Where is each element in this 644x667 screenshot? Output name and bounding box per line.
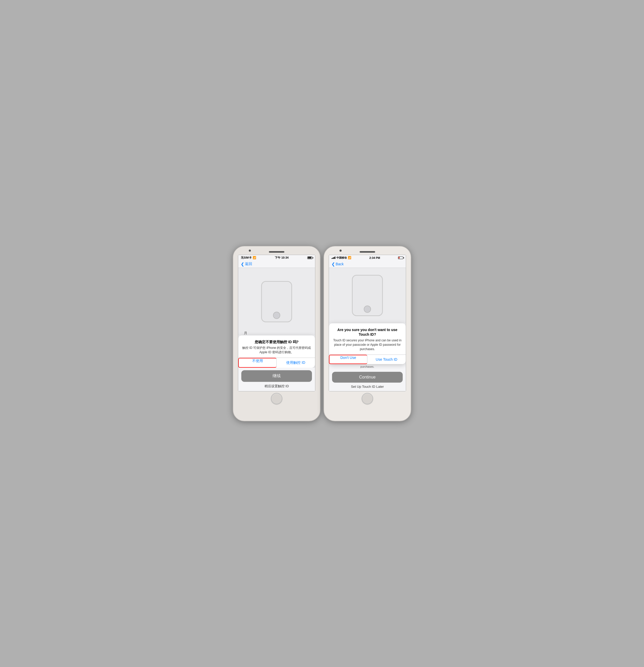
right-setup-later[interactable]: Set Up Touch ID Later <box>351 385 384 389</box>
right-alert-area: Are you sure you don't want to use Touch… <box>329 323 406 391</box>
left-screen-bottom: 继续 稍后设置触控 ID <box>238 368 315 391</box>
right-overflow-text: purchases. <box>329 364 406 369</box>
right-continue-label: Continue <box>359 375 376 379</box>
left-use-touchid-button[interactable]: 使用触控 ID <box>277 358 315 368</box>
speaker-slot-right <box>360 251 375 253</box>
bar3 <box>334 257 334 259</box>
right-wifi-icon: 📶 <box>348 256 351 259</box>
left-alert-area: 月 您确定不要使用触控 ID 吗? 触控 ID 可保护您 iPhone 的安全，… <box>238 336 315 391</box>
right-time: 2:34 PM <box>369 256 380 259</box>
left-chevron-icon: ❮ <box>241 262 244 266</box>
right-battery <box>398 257 403 259</box>
left-battery-fill <box>308 257 311 259</box>
right-phone-illus-home <box>364 306 371 313</box>
left-home-button[interactable] <box>271 393 282 404</box>
left-continue-label: 继续 <box>273 374 281 378</box>
left-setup-later[interactable]: 稍后设置触控 ID <box>265 384 289 389</box>
left-phone-top <box>233 246 320 255</box>
left-back-label: 返回 <box>245 262 252 266</box>
right-status-bar: 中国移动 📶 2:34 PM <box>329 255 406 261</box>
right-screen: 中国移动 📶 2:34 PM ❮ Back <box>329 255 406 391</box>
left-dont-use-button[interactable]: 不使用 <box>238 358 277 368</box>
left-continue-button[interactable]: 继续 <box>241 370 312 382</box>
right-chevron-icon: ❮ <box>332 262 335 266</box>
left-phone-illustration <box>261 281 292 322</box>
bar4 <box>335 257 335 259</box>
left-battery <box>307 257 312 259</box>
left-illustration-area <box>238 268 315 336</box>
right-use-touchid-label: Use Touch ID <box>376 357 397 361</box>
right-alert-box: Are you sure you don't want to use Touch… <box>329 323 406 364</box>
left-use-touchid-label: 使用触控 ID <box>286 360 305 364</box>
left-alert-message: 触控 ID 可保护您 iPhone 的安全，且可代替密码或 Apple ID 密… <box>242 346 311 355</box>
left-alert-box: 您确定不要使用触控 ID 吗? 触控 ID 可保护您 iPhone 的安全，且可… <box>238 336 315 368</box>
right-status-left: 中国移动 📶 <box>332 256 351 260</box>
right-dont-use-button[interactable]: Don't Use <box>329 355 367 364</box>
left-alert-buttons: 不使用 使用触控 ID <box>238 358 315 368</box>
right-use-touchid-button[interactable]: Use Touch ID <box>367 355 406 364</box>
left-status-bar: 无SIM卡 📶 下午 10:34 <box>238 255 315 261</box>
left-dont-use-label: 不使用 <box>252 359 263 363</box>
right-dont-use-label: Don't Use <box>340 356 356 360</box>
right-illustration-area <box>329 268 406 323</box>
right-back-label: Back <box>336 262 344 266</box>
right-battery-icon <box>398 257 403 259</box>
right-back-button[interactable]: ❮ Back <box>332 262 344 266</box>
right-nav-bar: ❮ Back <box>329 261 406 268</box>
right-phone: 中国移动 📶 2:34 PM ❮ Back <box>324 246 411 421</box>
left-status-left: 无SIM卡 📶 <box>241 256 256 260</box>
right-signal-bars <box>332 257 335 259</box>
right-screen-bottom: Continue Set Up Touch ID Later <box>329 369 406 391</box>
left-time: 下午 10:34 <box>275 256 288 260</box>
bar2 <box>333 258 333 259</box>
left-screen: 无SIM卡 📶 下午 10:34 ❮ 返回 <box>238 255 315 391</box>
left-carrier: 无SIM卡 <box>241 256 252 260</box>
camera-dot-left <box>249 249 251 251</box>
left-nav-bar: ❮ 返回 <box>238 261 315 268</box>
right-alert-message: Touch ID secures your iPhone and can be … <box>333 338 402 351</box>
right-continue-button[interactable]: Continue <box>332 372 403 383</box>
left-wifi-icon: 📶 <box>253 256 256 259</box>
bar1 <box>332 258 332 259</box>
right-alert-buttons: Don't Use Use Touch ID <box>329 355 406 364</box>
right-battery-fill <box>399 257 400 259</box>
speaker-slot-left <box>269 251 284 253</box>
left-battery-icon <box>307 257 312 259</box>
left-phone-illus-home <box>273 312 280 319</box>
left-alert-title: 您确定不要使用触控 ID 吗? <box>242 340 311 344</box>
left-month-text: 月 <box>241 331 250 336</box>
right-home-button[interactable] <box>362 393 373 404</box>
scene: 无SIM卡 📶 下午 10:34 ❮ 返回 <box>233 246 411 421</box>
right-phone-top <box>324 246 411 255</box>
right-carrier: 中国移动 <box>336 256 347 260</box>
left-back-button[interactable]: ❮ 返回 <box>241 262 252 266</box>
right-alert-title: Are you sure you don't want to use Touch… <box>333 327 402 337</box>
right-phone-illustration <box>352 275 383 316</box>
camera-dot-right <box>340 249 342 251</box>
left-phone: 无SIM卡 📶 下午 10:34 ❮ 返回 <box>233 246 320 421</box>
